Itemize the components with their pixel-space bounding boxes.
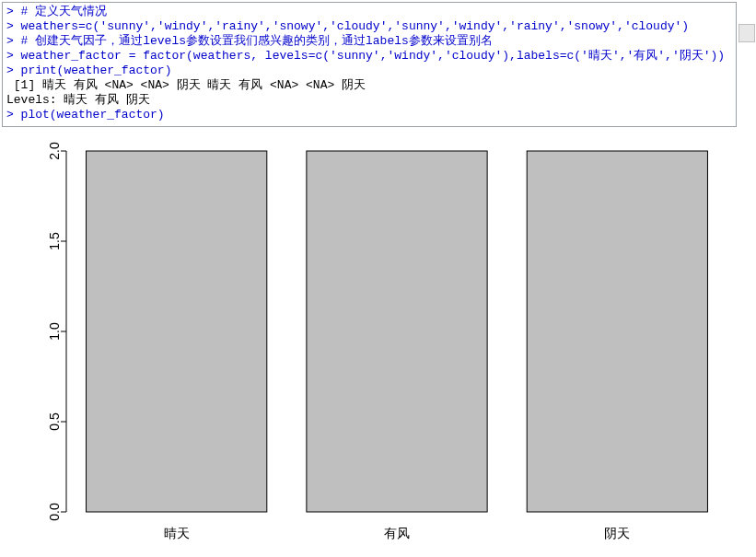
scrollbar-stub[interactable] bbox=[739, 24, 755, 42]
console-input-line: > weather_factor = factor(weathers, leve… bbox=[6, 49, 734, 64]
r-console[interactable]: > # 定义天气情况> weathers=c('sunny','windy','… bbox=[2, 2, 737, 127]
y-tick-label: 1.0 bbox=[47, 322, 62, 341]
x-tick-label: 阴天 bbox=[604, 526, 630, 540]
x-tick-label: 晴天 bbox=[164, 526, 190, 540]
console-input-line: > # 定义天气情况 bbox=[6, 5, 734, 19]
y-tick-label: 0.0 bbox=[47, 503, 62, 521]
console-input-line: > weathers=c('sunny','windy','rainy','sn… bbox=[6, 19, 734, 34]
bar bbox=[527, 151, 707, 512]
plot-panel: 0.00.51.01.52.0晴天有风阴天 bbox=[0, 134, 746, 556]
bar bbox=[307, 151, 487, 512]
console-output-line: [1] 晴天 有风 <NA> <NA> 阴天 晴天 有风 <NA> <NA> 阴… bbox=[6, 78, 734, 93]
console-output-line: Levels: 晴天 有风 阴天 bbox=[6, 93, 734, 108]
console-input-line: > print(weather_factor) bbox=[6, 64, 734, 78]
y-tick-label: 2.0 bbox=[47, 142, 62, 160]
x-tick-label: 有风 bbox=[384, 526, 410, 540]
bar bbox=[87, 151, 267, 512]
bar-chart: 0.00.51.01.52.0晴天有风阴天 bbox=[0, 134, 746, 556]
y-tick-label: 0.5 bbox=[47, 412, 62, 431]
console-input-line: > plot(weather_factor) bbox=[6, 108, 734, 122]
console-input-line: > # 创建天气因子，通过levels参数设置我们感兴趣的类别，通过labels… bbox=[6, 34, 734, 49]
y-tick-label: 1.5 bbox=[47, 232, 62, 250]
